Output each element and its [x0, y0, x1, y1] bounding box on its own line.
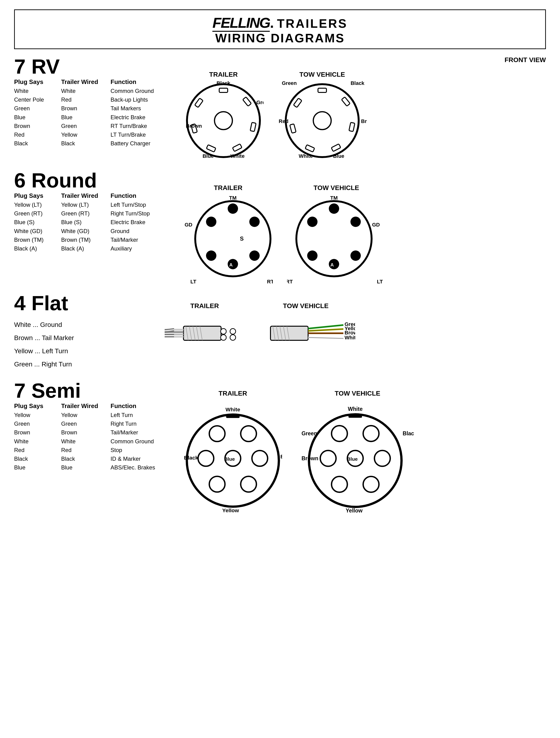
- table-row: GreenGreenRight Turn: [14, 419, 177, 428]
- svg-text:Brown: Brown: [186, 123, 202, 129]
- flat4-left: 4 Flat White ... Ground Brown ... Tail M…: [14, 293, 160, 371]
- flat4-desc: White ... Ground Brown ... Tail Marker Y…: [14, 318, 153, 371]
- table-row: RedYellowLT Turn/Brake: [14, 130, 177, 139]
- rv7-section: 7 RV Plug Says Trailer Wired Function Wh…: [14, 56, 546, 160]
- semi7-section: 7 Semi Plug Says Trailer Wired Function …: [14, 380, 546, 517]
- svg-point-32: [249, 251, 260, 261]
- header: FELLING. TRAILERS WIRING DIAGRAMS: [14, 9, 546, 49]
- svg-point-112: [363, 476, 379, 492]
- table-row: BlueBlueElectric Brake: [14, 113, 177, 121]
- rv7-col-headers: Plug Says Trailer Wired Function: [14, 78, 177, 86]
- svg-point-47: [307, 251, 317, 261]
- svg-point-98: [241, 476, 256, 492]
- svg-text:White: White: [348, 406, 363, 412]
- round6-tow-svg: A TM GD RT LT: [287, 194, 386, 283]
- svg-point-93: [241, 426, 256, 442]
- svg-text:TM: TM: [330, 195, 338, 201]
- svg-point-92: [209, 426, 225, 442]
- svg-point-45: [350, 251, 361, 261]
- front-view-label: FRONT VIEW: [184, 56, 546, 64]
- svg-point-66: [230, 335, 236, 340]
- table-row: Blue (S)Blue (S)Electric Brake: [14, 218, 177, 227]
- semi7-left: 7 Semi Plug Says Trailer Wired Function …: [14, 380, 184, 517]
- svg-point-44: [350, 217, 361, 227]
- semi7-diagrams: TRAILER: [184, 390, 414, 517]
- svg-point-96: [252, 451, 268, 466]
- semi7-tow-diagram: TOW VEHICLE White Black Blue Y: [301, 390, 414, 517]
- rv7-diagrams: TRAILER: [184, 71, 367, 160]
- svg-point-65: [221, 335, 226, 340]
- rv7-col-func: Function: [110, 78, 177, 86]
- semi7-trailer-svg: White Black Blue Yellow Brown: [184, 400, 282, 517]
- rv7-left: 7 RV Plug Says Trailer Wired Function Wh…: [14, 56, 184, 160]
- flat4-trailer-diagram: TRAILER: [160, 302, 249, 354]
- table-row: RedRedStop: [14, 446, 177, 454]
- svg-text:Black: Black: [217, 81, 231, 86]
- svg-point-15: [313, 112, 331, 129]
- table-row: GreenBrownTail Markers: [14, 104, 177, 113]
- rv7-rows: WhiteWhiteCommon GroundCenter PoleRedBac…: [14, 86, 177, 148]
- flat4-tow-svg: Green Yellow Brown White: [256, 312, 355, 354]
- svg-point-30: [228, 204, 238, 214]
- svg-rect-16: [318, 88, 326, 92]
- svg-text:LT: LT: [377, 279, 383, 283]
- semi7-rows: YellowYellowLeft TurnGreenGreenRight Tur…: [14, 411, 177, 472]
- table-row: Yellow (LT)Yellow (LT)Left Turn/Stop: [14, 201, 177, 209]
- svg-text:Green: Green: [301, 430, 317, 436]
- semi7-tow-svg: White Black Blue Yellow Green Brown: [301, 400, 414, 517]
- svg-text:RT: RT: [267, 279, 273, 283]
- brand-name: FELLING.: [212, 14, 273, 31]
- flat4-section: 4 Flat White ... Ground Brown ... Tail M…: [14, 293, 546, 371]
- svg-text:GD: GD: [185, 222, 192, 228]
- semi7-right: TRAILER: [184, 380, 546, 517]
- svg-point-43: [329, 204, 339, 214]
- table-row: YellowYellowLeft Turn: [14, 411, 177, 419]
- svg-text:S: S: [240, 236, 244, 242]
- svg-text:A: A: [229, 262, 233, 267]
- round6-trailer-svg: S A TM GD LT RT: [184, 194, 273, 283]
- svg-point-1: [215, 112, 232, 129]
- flat4-title: 4 Flat: [14, 293, 153, 314]
- flat4-tow-label: TOW VEHICLE: [283, 302, 329, 310]
- rv7-right: FRONT VIEW TRAILER: [184, 56, 546, 160]
- svg-rect-105: [348, 414, 362, 418]
- svg-text:Blue: Blue: [347, 456, 358, 462]
- svg-text:Black: Black: [351, 81, 364, 86]
- svg-text:Yellow: Yellow: [346, 507, 363, 514]
- flat4-right: TRAILER: [160, 293, 546, 371]
- round6-tow-diagram: TOW VEHICLE A TM GD RT LT: [287, 184, 386, 283]
- semi7-title: 7 Semi: [14, 380, 177, 401]
- semi7-tow-label: TOW VEHICLE: [335, 390, 380, 397]
- svg-text:Black: Black: [403, 430, 414, 436]
- round6-right: TRAILER S: [184, 170, 546, 283]
- svg-point-111: [332, 476, 347, 492]
- svg-text:White: White: [299, 153, 313, 159]
- table-row: BrownBrownTail/Marker: [14, 428, 177, 437]
- svg-point-107: [363, 426, 379, 441]
- round6-diagrams: TRAILER S: [184, 184, 386, 283]
- flat4-trailer-label: TRAILER: [190, 302, 219, 310]
- round6-col-wired: Trailer Wired: [61, 192, 110, 200]
- svg-text:Green: Green: [256, 99, 263, 105]
- svg-point-63: [221, 329, 226, 334]
- rv7-col-plug: Plug Says: [14, 78, 61, 86]
- svg-point-64: [230, 329, 236, 334]
- semi7-col-headers: Plug Says Trailer Wired Function: [14, 402, 177, 410]
- table-row: WhiteWhiteCommon Ground: [14, 86, 177, 95]
- svg-point-34: [206, 251, 216, 261]
- svg-text:A: A: [330, 262, 334, 267]
- table-row: BlueBlueABS/Elec. Brakes: [14, 463, 177, 472]
- rv7-tow-diagram: TOW VEHICLE Green Black Red Br: [278, 71, 367, 160]
- flat4-wire-4: Green ... Right Turn: [14, 358, 153, 371]
- svg-rect-54: [184, 326, 221, 340]
- svg-point-48: [307, 217, 317, 227]
- round6-trailer-diagram: TRAILER S: [184, 184, 273, 283]
- table-row: White (GD)White (GD)Ground: [14, 227, 177, 236]
- flat4-tow-diagram: TOW VEHICLE: [256, 302, 355, 354]
- svg-point-94: [198, 451, 214, 466]
- rv7-tow-label: TOW VEHICLE: [299, 71, 345, 78]
- flat4-wire-2: Brown ... Tail Marker: [14, 331, 153, 345]
- table-row: BlackBlackBattery Charger: [14, 139, 177, 148]
- round6-col-headers: Plug Says Trailer Wired Function: [14, 192, 177, 200]
- table-row: Black (A)Black (A)Auxiliary: [14, 244, 177, 253]
